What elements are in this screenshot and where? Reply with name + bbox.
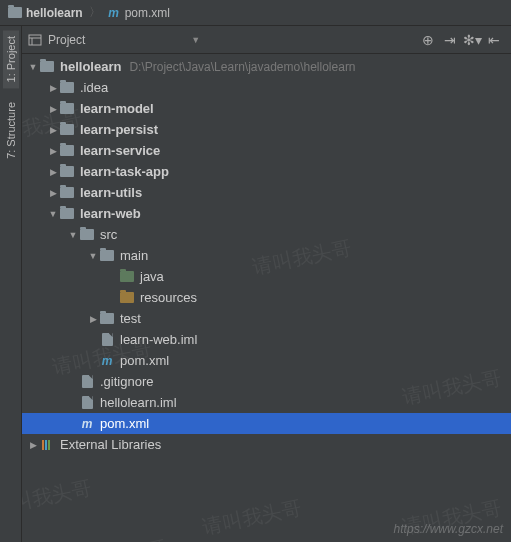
tree-node-iml[interactable]: learn-web.iml — [22, 329, 511, 350]
tree-node-module[interactable]: learn-task-app — [22, 161, 511, 182]
folder-icon — [60, 123, 74, 137]
sidebar-tab-project[interactable]: 1: Project — [3, 30, 19, 88]
folder-icon — [100, 312, 114, 326]
folder-icon — [100, 249, 114, 263]
folder-icon — [8, 6, 22, 20]
expand-arrow-icon[interactable] — [26, 60, 40, 74]
file-icon — [80, 396, 94, 410]
collapse-all-icon[interactable]: ⇥ — [439, 29, 461, 51]
tree-node-src[interactable]: src — [22, 224, 511, 245]
svg-rect-5 — [48, 440, 50, 450]
tree-node-java[interactable]: java — [22, 266, 511, 287]
maven-icon: m — [100, 354, 114, 368]
tree-node-module[interactable]: learn-service — [22, 140, 511, 161]
watermark: 请叫我头哥 — [65, 534, 168, 542]
source-folder-icon — [120, 270, 134, 284]
tree-node-module[interactable]: learn-model — [22, 98, 511, 119]
folder-icon — [80, 228, 94, 242]
file-icon — [80, 375, 94, 389]
breadcrumb-file-label: pom.xml — [125, 6, 170, 20]
project-toolbar: Project ▼ ⊕ ⇥ ✻▾ ⇤ — [22, 26, 511, 54]
gear-icon[interactable]: ✻▾ — [461, 29, 483, 51]
tree-node-learn-web[interactable]: learn-web — [22, 203, 511, 224]
libraries-icon — [40, 438, 54, 452]
maven-icon: m — [107, 6, 121, 20]
expand-arrow-icon[interactable] — [46, 165, 60, 179]
maven-icon: m — [80, 417, 94, 431]
expand-arrow-icon[interactable] — [46, 207, 60, 221]
folder-icon — [60, 186, 74, 200]
expand-arrow-icon[interactable] — [26, 438, 40, 452]
project-view-selector[interactable]: Project ▼ — [28, 33, 200, 47]
left-sidebar: 1: Project 7: Structure — [0, 26, 22, 542]
folder-icon — [40, 60, 54, 74]
tree-node-pom[interactable]: m pom.xml — [22, 350, 511, 371]
expand-arrow-icon[interactable] — [46, 102, 60, 116]
breadcrumb-file[interactable]: m pom.xml — [103, 4, 174, 22]
expand-arrow-icon[interactable] — [46, 144, 60, 158]
svg-rect-3 — [42, 440, 44, 450]
resources-folder-icon — [120, 291, 134, 305]
folder-icon — [60, 144, 74, 158]
expand-arrow-icon[interactable] — [46, 123, 60, 137]
tree-node-gitignore[interactable]: .gitignore — [22, 371, 511, 392]
project-tree[interactable]: 请叫我头哥 请叫我头哥 请叫我头哥 请叫我头哥 请叫我头哥 请叫我头哥 请叫我头… — [22, 54, 511, 542]
tree-node-test[interactable]: test — [22, 308, 511, 329]
breadcrumb-root[interactable]: hellolearn — [4, 4, 87, 22]
breadcrumb-bar: hellolearn 〉 m pom.xml — [0, 0, 511, 26]
tree-node-main[interactable]: main — [22, 245, 511, 266]
hide-icon[interactable]: ⇤ — [483, 29, 505, 51]
tree-node-root-pom[interactable]: m pom.xml — [22, 413, 511, 434]
expand-arrow-icon[interactable] — [86, 249, 100, 263]
watermark-url: https://www.gzcx.net — [394, 522, 503, 536]
svg-rect-4 — [45, 440, 47, 450]
file-icon — [100, 333, 114, 347]
tree-node-external-libraries[interactable]: External Libraries — [22, 434, 511, 455]
tree-node-resources[interactable]: resources — [22, 287, 511, 308]
watermark: 请叫我头哥 — [400, 494, 503, 541]
project-icon — [28, 33, 42, 47]
folder-icon — [60, 207, 74, 221]
breadcrumb-root-label: hellolearn — [26, 6, 83, 20]
tree-node-root[interactable]: hellolearn D:\Project\Java\Learn\javadem… — [22, 56, 511, 77]
folder-icon — [60, 102, 74, 116]
expand-arrow-icon[interactable] — [66, 228, 80, 242]
tree-node-root-iml[interactable]: hellolearn.iml — [22, 392, 511, 413]
tree-node-module[interactable]: learn-persist — [22, 119, 511, 140]
watermark: 请叫我头哥 — [200, 494, 303, 541]
folder-icon — [60, 165, 74, 179]
expand-arrow-icon[interactable] — [46, 186, 60, 200]
watermark: 请叫我头哥 — [22, 474, 94, 521]
folder-icon — [60, 81, 74, 95]
breadcrumb-separator: 〉 — [89, 4, 101, 21]
svg-rect-0 — [29, 35, 41, 45]
tree-node-module[interactable]: learn-utils — [22, 182, 511, 203]
dropdown-arrow-icon: ▼ — [191, 35, 200, 45]
expand-arrow-icon[interactable] — [46, 81, 60, 95]
sidebar-tab-structure[interactable]: 7: Structure — [3, 96, 19, 165]
locate-icon[interactable]: ⊕ — [417, 29, 439, 51]
tree-node-idea[interactable]: .idea — [22, 77, 511, 98]
expand-arrow-icon[interactable] — [86, 312, 100, 326]
